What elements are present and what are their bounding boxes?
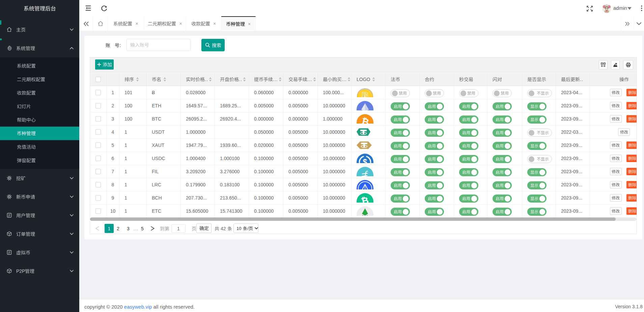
svg-text:$: $ — [363, 158, 367, 163]
svg-text:Ƀ: Ƀ — [362, 90, 368, 97]
